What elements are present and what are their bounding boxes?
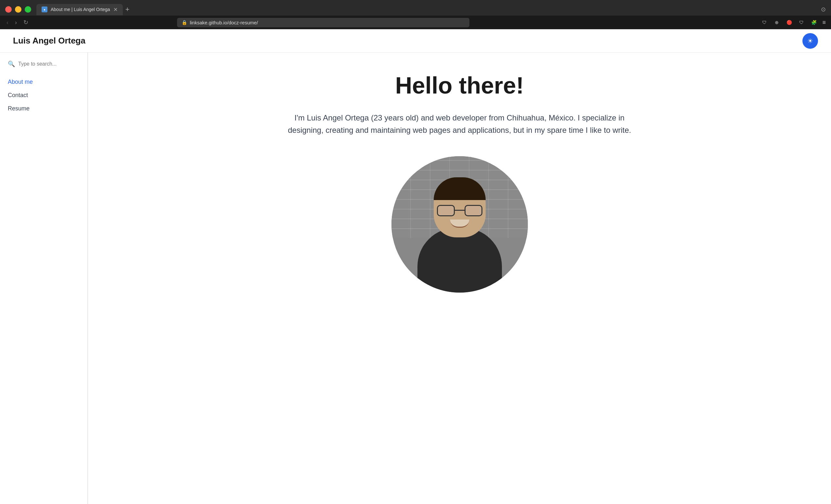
glasses-bridge — [455, 210, 464, 211]
search-icon: 🔍 — [8, 60, 15, 67]
browser-chrome: ● About me | Luis Angel Ortega ✕ + ⊙ ‹ ›… — [0, 0, 831, 29]
reload-button[interactable]: ↻ — [22, 18, 30, 27]
sidebar-item-contact[interactable]: Contact — [0, 89, 87, 102]
search-input[interactable] — [18, 61, 80, 67]
address-input-wrap[interactable]: 🔒 linksake.github.io/docz-resume/ — [177, 18, 469, 27]
main-content: Hello there! I'm Luis Angel Ortega (23 y… — [88, 53, 831, 504]
glasses-left — [437, 205, 455, 216]
site-header: Luis Angel Ortega ☀ — [0, 29, 831, 53]
tab-favicon: ● — [41, 6, 48, 12]
new-tab-button[interactable]: + — [125, 5, 130, 13]
active-tab[interactable]: ● About me | Luis Angel Ortega ✕ — [36, 4, 123, 15]
person-smile — [450, 219, 469, 228]
sidebar-item-about[interactable]: About me — [0, 75, 87, 89]
extension-icon-2: 🔴 — [785, 19, 793, 26]
sidebar-nav: About me Contact Resume — [0, 75, 87, 115]
back-button[interactable]: ‹ — [5, 18, 10, 27]
theme-toggle-button[interactable]: ☀ — [802, 33, 818, 49]
sidebar-item-resume[interactable]: Resume — [0, 102, 87, 115]
glasses-right — [464, 205, 482, 216]
forward-button[interactable]: › — [13, 18, 18, 27]
extension-icon-4: 🧩 — [810, 19, 818, 26]
sidebar-link-about[interactable]: About me — [8, 79, 33, 85]
sidebar-link-contact[interactable]: Contact — [8, 92, 28, 98]
search-wrap: 🔍 — [0, 60, 87, 67]
close-window-button[interactable] — [5, 6, 12, 13]
address-text: linksake.github.io/docz-resume/ — [190, 20, 258, 25]
window-controls — [5, 6, 31, 13]
browser-extensions: 🛡 ⊕ 🔴 🛡 🧩 ≡ — [761, 19, 826, 26]
sun-moon-icon: ☀ — [807, 37, 813, 45]
main-layout: 🔍 About me Contact Resume Hello there! I… — [0, 53, 831, 504]
intro-paragraph: I'm Luis Angel Ortega (23 years old) and… — [281, 112, 638, 137]
person-figure — [392, 156, 528, 293]
lock-icon: 🔒 — [181, 20, 187, 25]
extension-icon-3: 🛡 — [798, 19, 805, 26]
minimize-window-button[interactable] — [15, 6, 22, 13]
website: Luis Angel Ortega ☀ 🔍 About me Contact R… — [0, 29, 831, 504]
address-bar: ‹ › ↻ 🔒 linksake.github.io/docz-resume/ … — [0, 16, 831, 29]
extension-icon-1: ⊕ — [773, 19, 781, 26]
tab-close-button[interactable]: ✕ — [113, 6, 118, 13]
sidebar-link-resume[interactable]: Resume — [8, 105, 30, 112]
person-head — [434, 177, 486, 237]
person-glasses — [437, 205, 482, 216]
sidebar: 🔍 About me Contact Resume — [0, 53, 88, 504]
brave-shield-icon: 🛡 — [761, 19, 768, 26]
tab-title: About me | Luis Angel Ortega — [51, 7, 110, 12]
tab-bar: ● About me | Luis Angel Ortega ✕ + ⊙ — [0, 0, 831, 16]
profile-image — [392, 156, 528, 293]
page-heading: Hello there! — [395, 72, 524, 99]
browser-menu-button[interactable]: ≡ — [822, 19, 826, 26]
site-title: Luis Angel Ortega — [13, 36, 85, 46]
maximize-window-button[interactable] — [25, 6, 31, 13]
browser-profile-icon: ⊙ — [821, 6, 826, 13]
